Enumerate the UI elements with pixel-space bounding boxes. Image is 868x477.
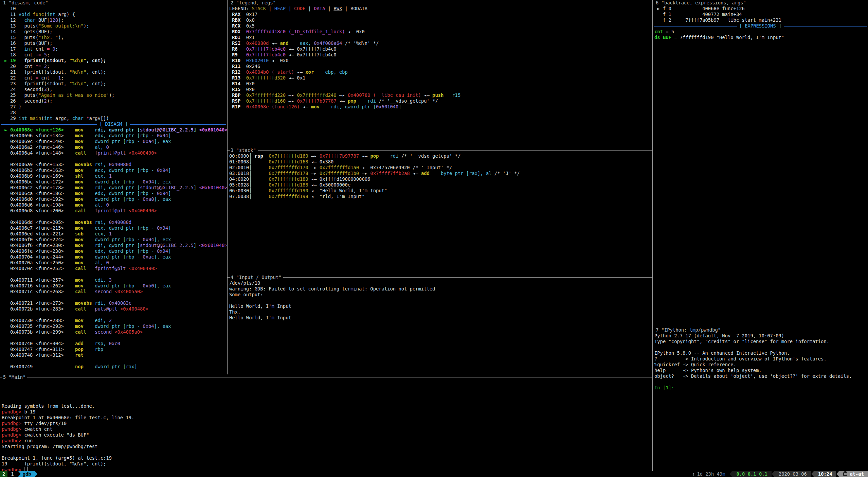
terminal-line: 0x4006bc <func+172> mov dword ptr [rbp -… <box>2 179 227 185</box>
terminal-line <box>2 449 652 455</box>
terminal-line: pwndbg> b 19 <box>2 409 652 415</box>
lock-icon <box>843 472 847 476</box>
source-code-listing: 10 11 void func(int arg) { 12 char BUF[1… <box>0 6 227 121</box>
active-window-tab[interactable]: gdb <box>18 471 35 477</box>
terminal-line: 20 cnt *= 2; <box>2 64 227 69</box>
terminal-line: %quickref -> Quick reference. <box>654 362 868 368</box>
pane-input-output[interactable]: 4 "Input / Output" /dev/pts/10warning: G… <box>228 275 652 374</box>
terminal-line: 0x4006a4 <func+148> call fprintf@plt <0x… <box>2 150 227 156</box>
pane-title-ipython: 7 "IPython: tmp/pwndbg" <box>653 327 868 333</box>
terminal-line: 0x4006f0 <func+224> mov dword ptr [rbp -… <box>2 237 227 243</box>
terminal-line: Some output: <box>229 292 652 298</box>
terminal-line <box>2 386 652 392</box>
terminal-line: LEGEND: STACK | HEAP | CODE | DATA | RWX… <box>229 6 652 12</box>
pane-backtrace-expressions[interactable]: 6 "backtrace, expressions, args" ► f 0 4… <box>653 0 868 327</box>
terminal-line: R14 0x0 <box>229 81 652 87</box>
terminal-line: R8 0x7ffff7fcb4c0 ◂— 0x7ffff7fcb4c0 <box>229 46 652 52</box>
terminal-line: RIP 0x40068e (func+126) ◂— mov rdi, qwor… <box>229 104 652 110</box>
window-index[interactable]: 1 <box>7 471 15 477</box>
load-average: 0.0 0.1 0.1 <box>732 471 771 477</box>
terminal-line: ► f 0 40068e func+126 <box>654 6 868 12</box>
terminal-line: 28 <box>2 110 227 116</box>
terminal-line: 0x400711 <func+257> mov edi, 3 <box>2 277 227 283</box>
terminal-line: 18 cnt += 5; <box>2 52 227 58</box>
terminal-line: Starting program: /tmp/pwndbg/test <box>2 444 652 449</box>
terminal-line: 0x4006a2 <func+146> mov al, 0 <box>2 144 227 150</box>
pane-title-label: 5 "Main" <box>2 374 27 380</box>
terminal-line: 16 puts(BUF); <box>2 40 227 46</box>
terminal-line <box>2 358 227 364</box>
terminal-line: 0x400747 <func+311> pop rbp <box>2 347 227 352</box>
terminal-line: 0x400696 <func+134> mov edx, dword ptr [… <box>2 133 227 139</box>
terminal-line <box>2 398 652 403</box>
terminal-line: RDI 0x1 <box>229 35 652 40</box>
pane-title-label: 6 "backtrace, expressions, args" <box>655 0 748 5</box>
terminal-line: Hello World, I'm Input <box>229 315 652 321</box>
pane-divider-right[interactable] <box>652 0 653 471</box>
terminal-line: R12 0x4004b0 (_start) ◂— xor ebp, ebp <box>229 69 652 75</box>
terminal-line: f 1 400772 main+34 <box>654 12 868 17</box>
terminal-line <box>2 156 227 162</box>
disasm-section-label: [ DISASM ] <box>97 121 130 127</box>
terminal-line: Type "copyright", "credits" or "license"… <box>654 339 868 344</box>
terminal-line: Python 2.7.17 (default, Nov 7 2019, 10:0… <box>654 333 868 339</box>
pane-title-label: 4 "Input / Output" <box>230 275 283 280</box>
session-badge[interactable]: 2 <box>0 471 7 477</box>
hostname-segment: at-at <box>839 471 868 477</box>
terminal-line: 0x400721 <func+273> movabs rdi, 0x40083c <box>2 300 227 306</box>
terminal-line: RAX 0x17 <box>229 12 652 17</box>
pane-divider-left[interactable] <box>227 0 228 374</box>
terminal-line: pwndbg> tty /dev/pts/10 <box>2 421 652 426</box>
terminal-line: 0x400716 <func+262> mov dword ptr [rbp -… <box>2 283 227 289</box>
terminal-line: 23 fprintf(stdout, "%d\n", cnt); <box>2 81 227 87</box>
terminal-line: R9 0x7ffff7fcb4c0 ◂— 0x7ffff7fcb4c0 <box>229 52 652 58</box>
terminal-line: pwndbg> run <box>2 438 652 444</box>
terminal-line: object? -> Details about 'object', use '… <box>654 373 868 379</box>
terminal-line: 0x4006b3 <func+163> mov ecx, dword ptr [… <box>2 167 227 173</box>
terminal-line: cnt = 5 <box>654 29 868 35</box>
terminal-line: 0x4006a9 <func+153> movabs rsi, 0x40080d <box>2 162 227 167</box>
terminal-line: ► 19 fprintf(stdout, "%d\n", cnt); <box>2 58 227 64</box>
terminal-line <box>2 312 227 318</box>
terminal-line: 13 puts("Some output:\n"); <box>2 23 227 29</box>
terminal-line: ► 0x40068e <func+126> mov rdi, qword ptr… <box>2 127 227 133</box>
terminal-line: 0x4006e7 <func+215> mov ecx, dword ptr [… <box>2 225 227 231</box>
terminal-line: 12 char BUF[128]; <box>2 17 227 23</box>
terminal-line: 0x4006f6 <func+230> mov rdi, qword ptr [… <box>2 243 227 248</box>
terminal-line: 0x400730 <func+288> mov edi, 2 <box>2 318 227 323</box>
tmux-terminal: 1 "disasm, code" 10 11 void func(int arg… <box>0 0 868 477</box>
terminal-line: 0x40070a <func+250> mov al, 0 <box>2 260 227 266</box>
terminal-line: 29 int main(int argc, char *argv[]) <box>2 116 227 121</box>
terminal-line: R15 0x0 <box>229 87 652 92</box>
terminal-line <box>2 392 652 398</box>
terminal-line: RSI 0x40080d ◂— and eax, 0x4f000a64 /* '… <box>229 40 652 46</box>
status-date: 2020-03-06 <box>775 471 811 477</box>
up-arrow-icon: ↑ <box>692 471 695 477</box>
terminal-line: Hello World, I'm Input <box>229 303 652 309</box>
terminal-line: 0x40071c <func+268> call second <0x4005a… <box>2 289 227 295</box>
pane-disasm-code[interactable]: 1 "disasm, code" 10 11 void func(int arg… <box>0 0 227 374</box>
terminal-line: 07:0038│ 0x7fffffffd198 ◂— "rld, I'm Inp… <box>229 194 652 199</box>
terminal-line: pwndbg> cwatch execute "ds BUF" <box>2 432 652 438</box>
terminal-line: ? -> Introduction and overview of IPytho… <box>654 356 868 362</box>
pane-ipython[interactable]: 7 "IPython: tmp/pwndbg" Python 2.7.17 (d… <box>653 327 868 471</box>
ipython-console: Python 2.7.17 (default, Nov 7 2019, 10:0… <box>653 333 868 391</box>
pane-legend-regs[interactable]: 2 "legend, regs" LEGEND: STACK | HEAP | … <box>228 0 652 147</box>
uptime-value: 1d 23h 49m <box>697 471 725 477</box>
terminal-line <box>229 298 652 303</box>
hostname: at-at <box>850 471 864 477</box>
terminal-line: 10 <box>2 6 227 12</box>
terminal-line: 0x400704 <func+244> mov dword ptr [rbp -… <box>2 254 227 260</box>
terminal-line: RSP 0x7fffffffd160 —▸ 0x7ffff7b97787 ◂— … <box>229 98 652 104</box>
terminal-line: 24 second(3); <box>2 87 227 92</box>
terminal-line: 25 puts("Again as it was so nice"); <box>2 92 227 98</box>
expressions-section-label: [ EXPRESSIONS ] <box>737 23 784 29</box>
pane-main-gdb-console[interactable]: 5 "Main" Reading symbols from test...don… <box>0 374 652 471</box>
terminal-line <box>2 380 652 386</box>
terminal-line: 0x400749 nop dword ptr [rax] <box>2 364 227 370</box>
pane-stack[interactable]: 3 "stack" 00:0000│ rsp 0x7fffffffd160 —▸… <box>228 147 652 275</box>
terminal-line: 26 second(2); <box>2 98 227 104</box>
terminal-line: 0x4006ca <func+186> mov edx, dword ptr [… <box>2 191 227 196</box>
terminal-line: R11 0x246 <box>229 64 652 69</box>
pane-title-label: 7 "IPython: tmp/pwndbg" <box>655 327 722 333</box>
